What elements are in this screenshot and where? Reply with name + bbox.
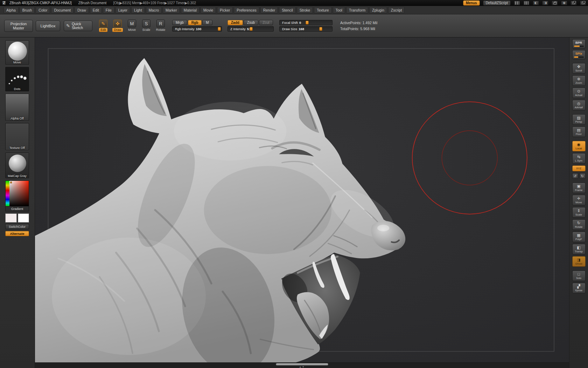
menu-item-transform[interactable]: Transform — [346, 7, 368, 13]
rgb-button[interactable]: Rgb — [188, 20, 202, 25]
menu-item-render[interactable]: Render — [260, 7, 278, 13]
menu-item-edit[interactable]: Edit — [90, 7, 102, 13]
projection-master-button[interactable]: Projection Master — [4, 20, 33, 32]
quick-sketch-button[interactable]: ✎ Quick Sketch — [64, 21, 92, 31]
hue-strip[interactable] — [6, 181, 9, 206]
menu-item-preferences[interactable]: Preferences — [234, 7, 259, 13]
sliders-icon-2[interactable] — [523, 1, 530, 5]
rotate-mode-button[interactable]: R Rotate — [155, 20, 167, 32]
menu-item-draw[interactable]: Draw — [75, 7, 89, 13]
focal-shift-handle[interactable] — [306, 21, 309, 25]
aahalf-button[interactable]: ◎ AAHalf — [572, 100, 586, 110]
menu-item-brush[interactable]: Brush — [20, 7, 35, 13]
texture-thumbnail[interactable]: Texture Off — [5, 123, 29, 150]
zoom-button[interactable]: ⊕ Zoom — [572, 75, 586, 86]
persp-button[interactable]: ▨ Persp — [572, 114, 586, 125]
gradient-label[interactable]: Gradient — [6, 206, 29, 211]
spix-slider[interactable] — [574, 56, 584, 58]
menu-item-layer[interactable]: Layer — [115, 7, 130, 13]
frame-button[interactable]: ▣ Frame — [572, 183, 586, 193]
view-move-button[interactable]: ✛ Move — [572, 195, 586, 205]
menu-item-document[interactable]: Document — [51, 7, 74, 13]
menu-item-macro[interactable]: Macro — [146, 7, 162, 13]
mrgb-button[interactable]: Mrgb — [172, 20, 187, 25]
canvas-3d-viewport[interactable] — [35, 38, 569, 362]
secondary-color-swatch[interactable] — [18, 213, 29, 223]
dock-left-button[interactable]: ◧ — [533, 1, 539, 5]
draw-mode-button[interactable]: ✜ Draw — [112, 20, 124, 32]
scroll-down-icon[interactable]: ▼ — [302, 366, 305, 368]
floor-button[interactable]: ▤ Floor — [572, 127, 586, 137]
view-scale-button[interactable]: ⇕ Scale — [572, 207, 586, 218]
m-button[interactable]: M — [202, 20, 212, 25]
spin-right-button[interactable]: ↻ — [580, 173, 586, 179]
lightbox-button[interactable]: LightBox — [36, 21, 60, 31]
scale-mode-button[interactable]: S Scale — [140, 20, 152, 32]
restore-button[interactable] — [570, 1, 577, 5]
switch-color-button[interactable]: SwitchColor — [5, 224, 29, 229]
primary-color-swatch[interactable] — [5, 213, 17, 223]
z-intensity-slider[interactable]: Z Intensity 51 — [227, 26, 274, 32]
draw-size-handle[interactable] — [319, 27, 322, 31]
default-zscript-button[interactable]: DefaultZScript — [483, 0, 511, 6]
spix-button[interactable]: SPix — [572, 50, 586, 59]
local-button[interactable]: ◉ Local — [572, 141, 586, 151]
canvas-document[interactable] — [35, 38, 569, 363]
stroke-thumbnail-dots[interactable]: Dots — [5, 67, 29, 91]
ghost-icon: ◨ — [577, 258, 580, 262]
canvas-horizontal-scrollbar[interactable] — [276, 363, 328, 366]
solo-button[interactable]: □ Solo — [572, 271, 586, 281]
edit-mode-button[interactable]: ✎ Edit — [97, 20, 109, 32]
sliders-icon[interactable] — [514, 1, 520, 5]
menu-item-marker[interactable]: Marker — [163, 7, 180, 13]
view-rotate-button[interactable]: ↻ Rotate — [572, 219, 586, 230]
draw-size-slider[interactable]: Draw Size 168 — [279, 26, 332, 32]
spin-left-button[interactable]: ↺ — [572, 173, 578, 179]
lsym-button[interactable]: ⇆ L.Sym — [572, 153, 586, 164]
material-thumbnail[interactable]: MatCap Gray — [5, 152, 29, 178]
dock-right-button[interactable]: ◨ — [542, 1, 548, 5]
zsub-button[interactable]: Zsub — [244, 20, 258, 25]
bpr-slider[interactable] — [574, 46, 584, 47]
bpr-button[interactable]: BPR — [572, 39, 586, 48]
menu-item-stencil[interactable]: Stencil — [279, 7, 296, 13]
menu-item-movie[interactable]: Movie — [201, 7, 216, 13]
lock-button[interactable] — [552, 1, 558, 5]
scroll-up-icon[interactable]: ▲ — [299, 366, 302, 368]
move-mode-button[interactable]: M Move — [126, 20, 138, 32]
zadd-button[interactable]: Zadd — [227, 20, 243, 25]
menu-item-stroke[interactable]: Stroke — [297, 7, 313, 13]
transp-button[interactable]: ◧ Transp — [572, 244, 586, 254]
menu-item-file[interactable]: File — [103, 7, 114, 13]
xyz-button[interactable]: XYZ — [572, 165, 586, 171]
rgb-intensity-handle[interactable] — [218, 27, 221, 31]
menu-item-picker[interactable]: Picker — [217, 7, 233, 13]
z-intensity-handle[interactable] — [250, 27, 253, 31]
menus-button[interactable]: Menus — [463, 0, 480, 6]
actual-size-button[interactable]: ⊙ Actual — [572, 88, 586, 98]
saturation-value-square[interactable] — [9, 181, 29, 206]
menu-item-texture[interactable]: Texture — [314, 7, 331, 13]
alternate-button[interactable]: Alternate — [5, 231, 29, 236]
focal-shift-slider[interactable]: Focal Shift 0 — [279, 20, 332, 25]
menu-item-material[interactable]: Material — [181, 7, 200, 13]
tool-thumbnail-move[interactable]: Move — [5, 40, 29, 65]
power-button[interactable]: ◉ — [561, 1, 567, 5]
menu-item-zplugin[interactable]: Zplugin — [369, 7, 387, 13]
menu-item-alpha[interactable]: Alpha — [4, 7, 19, 13]
rgb-intensity-slider[interactable]: Rgb Intensity 100 — [172, 26, 222, 32]
menu-item-color[interactable]: Color — [36, 7, 50, 13]
color-picker[interactable]: Gradient — [5, 180, 29, 211]
menu-item-light[interactable]: Light — [131, 7, 145, 13]
scroll-button[interactable]: ✥ Scroll — [572, 63, 586, 74]
menu-item-tool[interactable]: Tool — [333, 7, 345, 13]
zcut-button[interactable]: Zcut — [259, 20, 273, 25]
polyframe-button[interactable]: ▦ PolyF — [572, 232, 586, 242]
top-shelf: Projection Master LightBox ✎ Quick Sketc… — [0, 14, 588, 38]
ghost-button[interactable]: ◨ Ghost — [572, 256, 586, 267]
menu-item-zscript[interactable]: Zscript — [388, 7, 405, 13]
alpha-thumbnail[interactable]: Alpha Off — [5, 94, 29, 121]
maximize-button[interactable] — [580, 1, 586, 5]
canvas-scroll-arrows[interactable]: ▲▼ — [299, 366, 305, 368]
xpose-button[interactable]: ▞ Xpose — [572, 283, 586, 293]
